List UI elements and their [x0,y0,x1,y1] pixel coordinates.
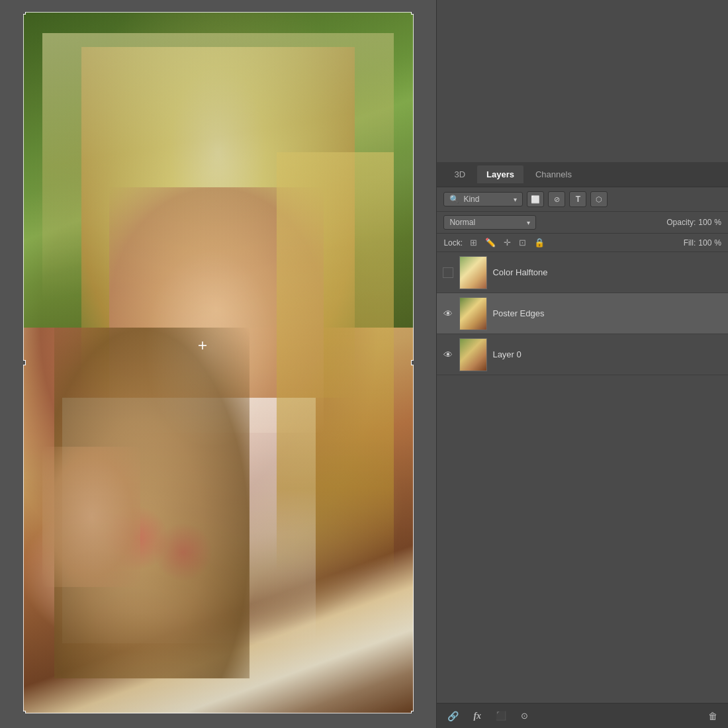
opacity-label: Opacity: [666,218,696,227]
add-layer-style-button[interactable]: fx [471,709,484,723]
handle-bottom-left[interactable] [23,711,26,713]
eye-icon-layer0[interactable]: 👁 [443,349,453,360]
layer-item-color-halftone[interactable]: Color Halftone [437,252,728,293]
eye-icon-poster-edges[interactable]: 👁 [443,308,453,319]
adjustment-layer-button[interactable]: ⊙ [518,709,531,722]
layer-name-poster-edges: Poster Edges [492,308,723,318]
kind-dropdown[interactable]: 🔍 Kind ▾ [443,192,523,206]
tab-3d[interactable]: 3D [445,165,475,183]
layer-name-color-halftone: Color Halftone [492,267,723,277]
handle-middle-right[interactable] [411,360,414,365]
handle-top-right[interactable] [411,12,414,15]
layers-list: Color Halftone 👁 Poster Edges 👁 [437,252,728,703]
handle-middle-left[interactable] [23,360,26,365]
visibility-checkbox[interactable] [443,267,453,278]
blend-mode-dropdown[interactable]: Normal ▾ [443,215,536,230]
image-filter-icon[interactable]: ⬜ [527,191,544,207]
fill-label: Fill: [684,238,696,248]
opacity-percent: % [714,218,721,227]
layer-item-poster-edges[interactable]: 👁 Poster Edges [437,293,728,334]
canvas-image [23,12,414,713]
shape-filter-icon[interactable]: ⬡ [590,191,608,207]
panel-tabs: 3D Layers Channels [437,162,728,187]
canvas-area [0,0,436,728]
blend-mode-arrow: ▾ [527,219,530,226]
layer-thumb-poster-edges [459,297,487,330]
lock-pixels-icon[interactable]: ⊞ [468,237,479,248]
delete-layer-button[interactable]: 🗑 [705,709,720,723]
tab-layers[interactable]: Layers [477,165,523,183]
blend-row: Normal ▾ Opacity: 100 % [437,212,728,234]
layer-thumb-color-halftone [459,256,487,289]
search-icon: 🔍 [449,195,459,204]
fill-control: Fill: 100 % [684,238,721,248]
layer-visibility-color-halftone[interactable] [442,267,454,278]
kind-label: Kind [463,195,479,204]
add-mask-button[interactable]: ⬛ [493,709,509,722]
blend-mode-value: Normal [449,218,475,227]
handle-bottom-right[interactable] [411,711,414,713]
opacity-value[interactable]: 100 [698,218,711,227]
kind-dropdown-arrow: ▾ [514,196,517,203]
panel-top-spacer [437,0,728,162]
layer-item-layer0[interactable]: 👁 Layer 0 [437,334,728,375]
right-panel: 3D Layers Channels 🔍 Kind ▾ ⬜ ⊘ T ⬡ [437,0,728,728]
kind-row: 🔍 Kind ▾ ⬜ ⊘ T ⬡ [437,187,728,212]
lock-row: Lock: ⊞ ✏️ ✛ ⊡ 🔒 Fill: 100 % [437,234,728,252]
lock-position-icon[interactable]: ✛ [502,237,513,248]
link-layers-button[interactable]: 🔗 [445,709,461,723]
opacity-control: Opacity: 100 % [666,218,721,227]
panel-bottom-toolbar: 🔗 fx ⬛ ⊙ 🗑 [437,703,728,728]
layer-thumb-layer0 [459,338,487,371]
handle-top-left[interactable] [23,12,26,15]
circle-filter-icon[interactable]: ⊘ [548,191,565,207]
canvas-wrapper [23,12,414,713]
lock-icons: ⊞ ✏️ ✛ ⊡ 🔒 [468,237,547,248]
lock-all-icon[interactable]: 🔒 [532,237,547,248]
layer-visibility-poster-edges[interactable]: 👁 [442,308,454,319]
fill-percent: % [714,238,721,248]
lock-label: Lock: [443,238,463,248]
lock-artboard-icon[interactable]: ⊡ [517,237,528,248]
layer-name-layer0: Layer 0 [492,349,723,359]
crosshair [199,341,206,349]
lock-image-icon[interactable]: ✏️ [483,237,498,248]
selection-border [23,12,414,713]
layer-visibility-layer0[interactable]: 👁 [442,349,454,360]
layers-panel: 3D Layers Channels 🔍 Kind ▾ ⬜ ⊘ T ⬡ [437,162,728,728]
text-filter-icon[interactable]: T [569,191,586,207]
fill-value[interactable]: 100 [698,238,711,248]
tab-channels[interactable]: Channels [526,165,581,183]
